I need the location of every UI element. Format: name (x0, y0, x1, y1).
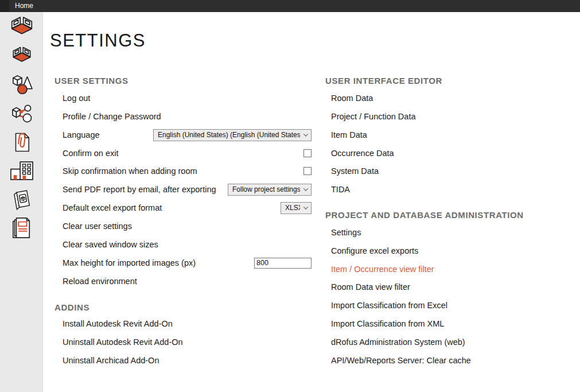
setting-row-profile: Profile / Change Password (63, 110, 312, 123)
excel-format-select[interactable]: XLSX (281, 202, 312, 214)
reload-environment-link[interactable]: Reload environment (63, 277, 137, 286)
profile-change-password-link[interactable]: Profile / Change Password (63, 112, 161, 121)
window-corner (0, 0, 9, 12)
addin-row-uninstall-revit: Uninstall Autodesk Revit Add-On (63, 336, 312, 348)
item-occurrence-view-filter-link[interactable]: Item / Occurrence view filter (331, 265, 434, 274)
language-label: Language (63, 130, 100, 139)
confirm-on-exit-label: Confirm on exit (63, 149, 119, 158)
ui-editor-row: Room Data (331, 92, 578, 104)
page-title: SETTINGS (50, 30, 146, 51)
setting-row-excel-format: Default excel export format XLSX (63, 201, 312, 214)
rooms-icon[interactable] (0, 16, 43, 37)
send-pdf-label: Send PDF report by email, after exportin… (63, 185, 216, 194)
excel-format-label: Default excel export format (63, 203, 162, 212)
setting-row-logout: Log out (63, 92, 312, 104)
send-pdf-select[interactable]: Follow project settings (228, 184, 312, 196)
max-height-label: Max height for imported images (px) (63, 258, 196, 267)
install-revit-addon-link[interactable]: Install Autodesk Revit Add-On (63, 319, 173, 328)
setting-row-confirm-exit: Confirm on exit (63, 147, 312, 160)
buildings-icon[interactable] (0, 161, 43, 181)
product-data-icon[interactable] (0, 189, 43, 211)
occurrence-data-link[interactable]: Occurrence Data (331, 149, 394, 158)
items-icon[interactable] (0, 75, 43, 94)
ui-editor-row: Project / Function Data (331, 110, 578, 123)
skip-confirmation-checkbox[interactable] (303, 167, 312, 175)
api-web-reports-clear-cache-link[interactable]: API/Web/Reports Server: Clear cache (331, 356, 471, 365)
addin-row-uninstall-archicad: Uninstall Archicad Add-On (63, 354, 312, 367)
language-select-value: English (United States) (English (United… (158, 131, 300, 139)
addin-row-install-revit: Install Autodesk Revit Add-On (63, 317, 312, 330)
setting-row-language: Language English (United States) (Englis… (63, 129, 312, 141)
section-header-user-settings: USER SETTINGS (55, 76, 129, 86)
attachments-icon[interactable] (0, 131, 43, 154)
import-classification-xml-link[interactable]: Import Classification from XML (331, 319, 444, 328)
admin-row: Settings (331, 226, 578, 239)
setting-row-send-pdf: Send PDF report by email, after exportin… (63, 183, 312, 196)
reports-icon[interactable] (0, 216, 43, 239)
ui-editor-row: Occurrence Data (331, 147, 578, 160)
chevron-down-icon (303, 204, 308, 209)
clear-saved-window-sizes-link[interactable]: Clear saved window sizes (63, 240, 158, 249)
item-data-link[interactable]: Item Data (331, 130, 367, 139)
setting-row-reload: Reload environment (63, 275, 312, 288)
chevron-down-icon (303, 186, 308, 191)
systems-icon[interactable] (0, 103, 43, 123)
top-menu-bar: Home (0, 0, 580, 12)
room-data-link[interactable]: Room Data (331, 94, 373, 103)
logout-link[interactable]: Log out (63, 94, 90, 103)
ui-editor-row: System Data (331, 165, 578, 177)
clear-user-settings-link[interactable]: Clear user settings (63, 222, 132, 231)
system-data-link[interactable]: System Data (331, 166, 379, 176)
chevron-down-icon (303, 131, 308, 136)
setting-row-clear-windows: Clear saved window sizes (63, 238, 312, 251)
drofus-admin-system-web-link[interactable]: dRofus Administration System (web) (331, 337, 465, 347)
excel-format-select-value: XLSX (285, 204, 300, 212)
uninstall-revit-addon-link[interactable]: Uninstall Autodesk Revit Add-On (63, 337, 183, 347)
tida-link[interactable]: TIDA (331, 185, 350, 194)
settings-screen: Home (0, 0, 580, 392)
section-header-addins: ADDINS (55, 302, 89, 312)
max-height-input[interactable] (254, 258, 312, 269)
project-function-data-link[interactable]: Project / Function Data (331, 112, 416, 121)
skip-confirmation-label: Skip confirmation when adding room (63, 166, 197, 176)
section-header-ui-editor: USER INTERFACE EDITOR (325, 76, 442, 86)
admin-row: Item / Occurrence view filter (331, 263, 578, 275)
setting-row-clear-user: Clear user settings (63, 220, 312, 232)
configure-excel-exports-link[interactable]: Configure excel exports (331, 246, 418, 255)
admin-settings-link[interactable]: Settings (331, 228, 361, 237)
admin-row: dRofus Administration System (web) (331, 336, 578, 348)
uninstall-archicad-addon-link[interactable]: Uninstall Archicad Add-On (63, 356, 159, 365)
admin-row: Import Classification from XML (331, 317, 578, 330)
setting-row-skip-confirm: Skip confirmation when adding room (63, 165, 312, 177)
admin-row: API/Web/Reports Server: Clear cache (331, 354, 578, 367)
language-select[interactable]: English (United States) (English (United… (153, 129, 312, 141)
confirm-on-exit-checkbox[interactable] (303, 149, 312, 157)
send-pdf-select-value: Follow project settings (232, 185, 300, 193)
admin-row: Configure excel exports (331, 244, 578, 257)
admin-row: Room Data view filter (331, 281, 578, 293)
ui-editor-row: Item Data (331, 129, 578, 141)
sidebar-nav (0, 12, 43, 392)
room-data-icon[interactable] (0, 46, 43, 64)
admin-row: Import Classification from Excel (331, 299, 578, 312)
section-header-admin: PROJECT AND DATABASE ADMINISTRATION (325, 210, 524, 220)
import-classification-excel-link[interactable]: Import Classification from Excel (331, 301, 447, 310)
room-data-view-filter-link[interactable]: Room Data view filter (331, 282, 410, 292)
ui-editor-row: TIDA (331, 183, 578, 196)
home-menu-tab[interactable]: Home (11, 0, 37, 12)
setting-row-max-height: Max height for imported images (px) (63, 257, 312, 269)
